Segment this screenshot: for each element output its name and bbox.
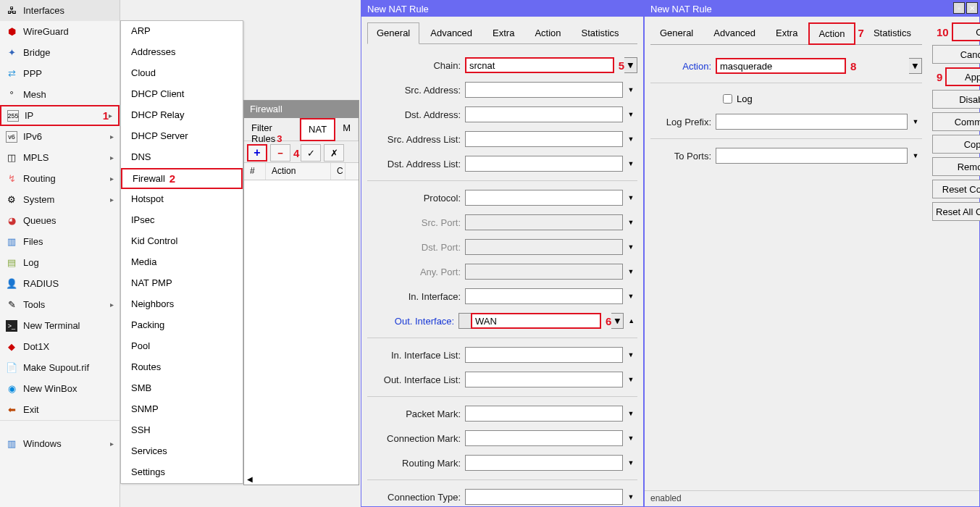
disable-button[interactable]: Disable bbox=[932, 90, 980, 109]
expand-icon[interactable]: ▼ bbox=[624, 190, 637, 206]
sidebar-item-terminal[interactable]: >_New Terminal bbox=[0, 315, 120, 336]
in-iface-input[interactable] bbox=[465, 288, 623, 304]
src-addr-list-input[interactable] bbox=[465, 131, 623, 147]
ok-button[interactable]: OK bbox=[952, 22, 980, 41]
expand-icon[interactable]: ▼ bbox=[624, 106, 637, 122]
sidebar-item-ppp[interactable]: ⇄PPP bbox=[0, 63, 120, 84]
disable-button[interactable]: ✗ bbox=[324, 144, 344, 162]
in-iface-list-input[interactable] bbox=[465, 347, 623, 363]
submenu-cloud[interactable]: Cloud bbox=[121, 63, 243, 84]
out-iface-input[interactable] bbox=[471, 313, 601, 329]
log-checkbox[interactable] bbox=[723, 94, 732, 104]
out-iface-dropdown[interactable]: ⯆ bbox=[611, 313, 624, 329]
apply-button[interactable]: Apply bbox=[945, 67, 980, 86]
remove-button[interactable]: − bbox=[270, 144, 290, 162]
submenu-kid-control[interactable]: Kid Control bbox=[121, 231, 243, 252]
conn-type-input[interactable] bbox=[465, 489, 623, 505]
src-addr-input[interactable] bbox=[465, 82, 623, 98]
sidebar-item-dot1x[interactable]: ◆Dot1X bbox=[0, 336, 120, 357]
submenu-media[interactable]: Media bbox=[121, 252, 243, 273]
sidebar-item-tools[interactable]: ✎Tools▸ bbox=[0, 294, 120, 315]
sidebar-item-bridge[interactable]: ✦Bridge bbox=[0, 42, 120, 63]
out-iface-list-input[interactable] bbox=[465, 372, 623, 387]
add-button[interactable]: + bbox=[247, 144, 267, 162]
expand-icon[interactable]: ▼ bbox=[624, 430, 637, 446]
sidebar-item-mpls[interactable]: ◫MPLS▸ bbox=[0, 147, 120, 168]
log-prefix-input[interactable] bbox=[716, 114, 908, 130]
src-port-input[interactable] bbox=[465, 214, 623, 230]
expand-icon[interactable]: ▼ bbox=[624, 406, 637, 422]
submenu-dhcp-relay[interactable]: DHCP Relay bbox=[121, 105, 243, 126]
submenu-dhcp-client[interactable]: DHCP Client bbox=[121, 84, 243, 105]
reset-counters-button[interactable]: Reset Counters bbox=[932, 180, 980, 198]
routing-mark-input[interactable] bbox=[465, 455, 623, 471]
col-c[interactable]: C bbox=[331, 163, 345, 180]
expand-icon[interactable]: ▼ bbox=[909, 114, 922, 130]
submenu-arp[interactable]: ARP bbox=[121, 21, 243, 42]
tab-action[interactable]: Action bbox=[525, 22, 570, 43]
minimize-button[interactable]: ▫ bbox=[953, 2, 965, 14]
expand-icon[interactable]: ▼ bbox=[624, 288, 637, 304]
chain-dropdown[interactable]: ⯆ bbox=[624, 57, 637, 73]
submenu-ssh[interactable]: SSH bbox=[121, 420, 243, 441]
reset-all-counters-button[interactable]: Reset All Counters bbox=[932, 202, 980, 221]
sidebar-item-supout[interactable]: 📄Make Supout.rif bbox=[0, 357, 120, 378]
tab-advanced[interactable]: Advanced bbox=[704, 22, 765, 44]
protocol-input[interactable] bbox=[465, 190, 623, 206]
sidebar-item-mesh[interactable]: °Mesh bbox=[0, 84, 120, 105]
submenu-addresses[interactable]: Addresses bbox=[121, 42, 243, 63]
tab-statistics[interactable]: Statistics bbox=[864, 22, 921, 44]
col-number[interactable]: # bbox=[244, 163, 266, 180]
submenu-neighbors[interactable]: Neighbors bbox=[121, 294, 243, 315]
submenu-snmp[interactable]: SNMP bbox=[121, 399, 243, 420]
expand-icon[interactable]: ▼ bbox=[624, 82, 637, 98]
sidebar-item-windows[interactable]: ▥Windows▸ bbox=[0, 433, 120, 454]
expand-icon[interactable]: ▼ bbox=[624, 239, 637, 255]
col-action[interactable]: Action bbox=[266, 163, 331, 180]
tab-general[interactable]: General bbox=[367, 22, 419, 44]
sidebar-item-interfaces[interactable]: 🖧Interfaces bbox=[0, 0, 120, 21]
any-port-input[interactable] bbox=[465, 264, 623, 280]
tab-extra[interactable]: Extra bbox=[483, 22, 524, 43]
submenu-smb[interactable]: SMB bbox=[121, 378, 243, 399]
tab-statistics[interactable]: Statistics bbox=[572, 22, 629, 43]
expand-icon[interactable]: ▼ bbox=[624, 372, 637, 387]
sidebar-item-winbox[interactable]: ◉New WinBox bbox=[0, 378, 120, 399]
tab-general[interactable]: General bbox=[650, 22, 703, 44]
sidebar-item-ipv6[interactable]: v6IPv6▸ bbox=[0, 126, 120, 147]
expand-icon[interactable]: ▼ bbox=[624, 455, 637, 471]
expand-icon[interactable]: ▼ bbox=[624, 264, 637, 280]
tab-mangle[interactable]: M bbox=[335, 118, 359, 141]
sidebar-item-files[interactable]: ▥Files bbox=[0, 231, 120, 252]
sidebar-item-log[interactable]: ▤Log bbox=[0, 252, 120, 273]
submenu-services[interactable]: Services bbox=[121, 441, 243, 462]
sidebar-item-wireguard[interactable]: ⬢WireGuard bbox=[0, 21, 120, 42]
expand-icon[interactable]: ▼ bbox=[909, 148, 922, 164]
expand-icon[interactable]: ▼ bbox=[624, 489, 637, 505]
tab-nat[interactable]: NAT bbox=[300, 118, 335, 141]
dst-addr-input[interactable] bbox=[465, 106, 623, 122]
comment-button[interactable]: Comment bbox=[932, 112, 980, 131]
expand-icon[interactable]: ▼ bbox=[624, 131, 637, 147]
sidebar-item-routing[interactable]: ↯Routing▸ bbox=[0, 168, 120, 189]
dst-addr-list-input[interactable] bbox=[465, 156, 623, 172]
tab-extra[interactable]: Extra bbox=[766, 22, 807, 44]
sidebar-item-system[interactable]: ⚙System▸ bbox=[0, 189, 120, 210]
collapse-icon[interactable]: ▲ bbox=[625, 313, 637, 329]
submenu-settings[interactable]: Settings bbox=[121, 462, 243, 483]
close-button[interactable]: ✕ bbox=[966, 2, 978, 14]
dst-port-input[interactable] bbox=[465, 239, 623, 255]
conn-mark-input[interactable] bbox=[465, 430, 623, 446]
chain-input[interactable] bbox=[465, 57, 614, 73]
submenu-nat-pmp[interactable]: NAT PMP bbox=[121, 273, 243, 294]
remove-button[interactable]: Remove bbox=[932, 157, 980, 176]
sidebar-item-radius[interactable]: 👤RADIUS bbox=[0, 273, 120, 294]
sidebar-item-exit[interactable]: ⬅Exit bbox=[0, 399, 120, 420]
submenu-pool[interactable]: Pool bbox=[121, 336, 243, 357]
expand-icon[interactable]: ▼ bbox=[624, 347, 637, 363]
to-ports-input[interactable] bbox=[716, 148, 908, 164]
copy-button[interactable]: Copy bbox=[932, 135, 980, 154]
action-dropdown[interactable]: ⯆ bbox=[909, 58, 922, 74]
sidebar-item-queues[interactable]: ◕Queues bbox=[0, 210, 120, 231]
tab-action[interactable]: Action bbox=[808, 22, 855, 45]
